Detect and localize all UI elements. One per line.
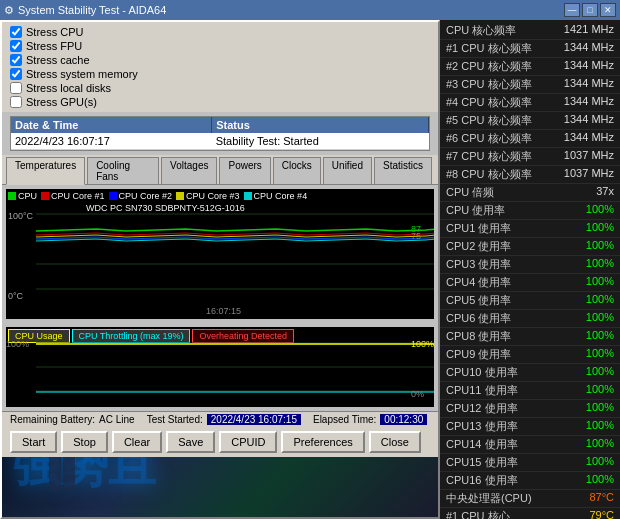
right-label: CPU14 使用率 [446, 437, 518, 452]
info-table: Date & Time Status 2022/4/23 16:07:17 St… [10, 116, 430, 151]
test-started-label: Test Started: [147, 414, 203, 425]
close-button[interactable]: ✕ [600, 3, 616, 17]
right-label: CPU13 使用率 [446, 419, 518, 434]
right-label: #5 CPU 核心频率 [446, 113, 532, 128]
stop-button[interactable]: Stop [61, 431, 108, 453]
tab-temperatures[interactable]: Temperatures [6, 157, 85, 185]
right-value: 100% [559, 275, 614, 290]
right-value: 1344 MHz [559, 95, 614, 110]
right-value: 100% [559, 455, 614, 470]
start-button[interactable]: Start [10, 431, 57, 453]
ac-line-value: AC Line [99, 414, 135, 425]
right-panel-row: CPU 倍频37x [440, 184, 620, 202]
stress-memory-label: Stress system memory [26, 68, 138, 80]
title-bar: ⚙ System Stability Test - AIDA64 — □ ✕ [0, 0, 620, 20]
stress-gpu-label: Stress GPU(s) [26, 96, 97, 108]
right-value: 100% [559, 311, 614, 326]
tab-cooling-fans[interactable]: Cooling Fans [87, 157, 159, 184]
right-label: 中央处理器(CPU) [446, 491, 532, 506]
stress-cache-checkbox[interactable] [10, 54, 22, 66]
right-label: #2 CPU 核心频率 [446, 59, 532, 74]
right-panel-row: CPU2 使用率100% [440, 238, 620, 256]
svg-text:75: 75 [411, 231, 421, 241]
anime-background: 强势且 [2, 457, 438, 517]
right-panel-row: #6 CPU 核心频率1344 MHz [440, 130, 620, 148]
right-value: 1344 MHz [559, 41, 614, 56]
maximize-button[interactable]: □ [582, 3, 598, 17]
cpu-usage-svg: 100% 0% 100% [6, 327, 434, 407]
right-value: 87°C [559, 491, 614, 506]
right-panel: CPU 核心频率1421 MHz#1 CPU 核心频率1344 MHz#2 CP… [440, 20, 620, 519]
right-panel-row: CPU 使用率100% [440, 202, 620, 220]
right-label: CPU9 使用率 [446, 347, 511, 362]
stress-disks-checkbox[interactable] [10, 82, 22, 94]
minimize-button[interactable]: — [564, 3, 580, 17]
temp-chart-svg: 16:07:15 87 75 [6, 189, 434, 319]
right-panel-row: CPU 核心频率1421 MHz [440, 22, 620, 40]
svg-rect-18 [63, 457, 75, 491]
right-label: #3 CPU 核心频率 [446, 77, 532, 92]
right-label: CPU 使用率 [446, 203, 505, 218]
right-panel-row: CPU6 使用率100% [440, 310, 620, 328]
close-window-button[interactable]: Close [369, 431, 421, 453]
right-value: 1037 MHz [559, 167, 614, 182]
right-label: #7 CPU 核心频率 [446, 149, 532, 164]
anime-figure [22, 457, 102, 517]
right-panel-row: CPU16 使用率100% [440, 472, 620, 490]
datetime-value: 2022/4/23 16:07:17 [11, 133, 212, 150]
right-value: 100% [559, 347, 614, 362]
right-panel-row: #4 CPU 核心频率1344 MHz [440, 94, 620, 112]
svg-text:0%: 0% [411, 389, 424, 399]
right-label: #1 CPU 核心 [446, 509, 510, 519]
right-value: 100% [559, 329, 614, 344]
tab-unified[interactable]: Unified [323, 157, 372, 184]
stress-fpu-label: Stress FPU [26, 40, 82, 52]
right-panel-row: CPU4 使用率100% [440, 274, 620, 292]
stress-fpu-checkbox[interactable] [10, 40, 22, 52]
right-panel-row: CPU10 使用率100% [440, 364, 620, 382]
right-value: 100% [559, 383, 614, 398]
right-panel-row: CPU13 使用率100% [440, 418, 620, 436]
stress-gpu-checkbox[interactable] [10, 96, 22, 108]
right-value: 100% [559, 257, 614, 272]
svg-text:16:07:15: 16:07:15 [206, 306, 241, 316]
right-label: CPU8 使用率 [446, 329, 511, 344]
stress-cpu-checkbox[interactable] [10, 26, 22, 38]
right-label: CPU11 使用率 [446, 383, 518, 398]
right-value: 100% [559, 401, 614, 416]
right-panel-row: CPU9 使用率100% [440, 346, 620, 364]
right-panel-row: #5 CPU 核心频率1344 MHz [440, 112, 620, 130]
right-label: CPU5 使用率 [446, 293, 511, 308]
right-label: CPU2 使用率 [446, 239, 511, 254]
window-controls[interactable]: — □ ✕ [564, 3, 616, 17]
title-text: System Stability Test - AIDA64 [18, 4, 166, 16]
right-label: CPU4 使用率 [446, 275, 511, 290]
tab-powers[interactable]: Powers [219, 157, 270, 184]
stress-options: Stress CPU Stress FPU Stress cache Stres… [2, 22, 438, 112]
save-button[interactable]: Save [166, 431, 215, 453]
right-panel-row: CPU12 使用率100% [440, 400, 620, 418]
tab-clocks[interactable]: Clocks [273, 157, 321, 184]
preferences-button[interactable]: Preferences [281, 431, 364, 453]
right-panel-row: CPU11 使用率100% [440, 382, 620, 400]
right-value: 1344 MHz [559, 77, 614, 92]
cpuid-button[interactable]: CPUID [219, 431, 277, 453]
right-label: CPU10 使用率 [446, 365, 518, 380]
svg-text:100%: 100% [6, 339, 29, 349]
tab-statistics[interactable]: Statistics [374, 157, 432, 184]
left-panel: Stress CPU Stress FPU Stress cache Stres… [0, 20, 440, 519]
right-panel-row: #7 CPU 核心频率1037 MHz [440, 148, 620, 166]
app-icon: ⚙ [4, 4, 14, 17]
stress-cache-label: Stress cache [26, 54, 90, 66]
clear-button[interactable]: Clear [112, 431, 162, 453]
temperature-chart: CPU CPU Core #1 CPU Core #2 CPU Core #3 … [6, 189, 434, 319]
right-value: 100% [559, 239, 614, 254]
right-label: CPU15 使用率 [446, 455, 518, 470]
right-value: 100% [559, 437, 614, 452]
tab-voltages[interactable]: Voltages [161, 157, 217, 184]
right-panel-row: #2 CPU 核心频率1344 MHz [440, 58, 620, 76]
stress-memory-checkbox[interactable] [10, 68, 22, 80]
right-label: #8 CPU 核心频率 [446, 167, 532, 182]
stress-cpu-label: Stress CPU [26, 26, 83, 38]
cpu-usage-chart: CPU Usage CPU Throttling (max 19%) Overh… [6, 327, 434, 407]
